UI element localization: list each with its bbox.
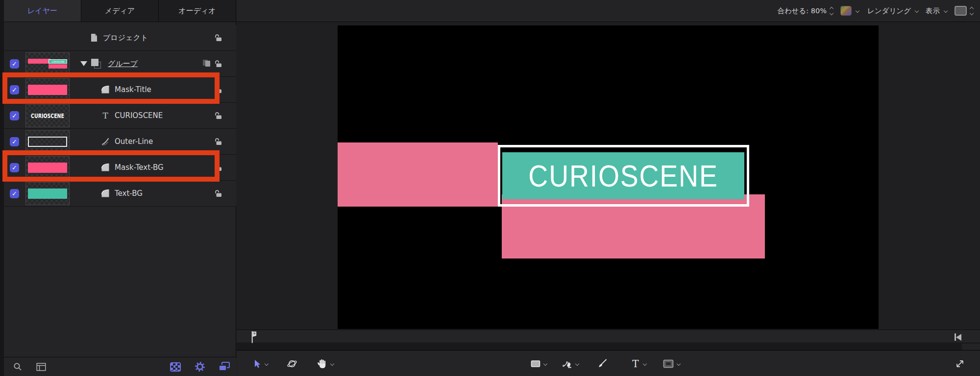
tab-layers[interactable]: レイヤー — [4, 0, 81, 22]
mask-tool-icon — [663, 359, 674, 368]
shape-line-icon — [101, 137, 110, 146]
sidebar-tab-bar: レイヤー メディア オーディオ — [4, 0, 236, 22]
group-thumbnail: CURIOSCENE — [25, 52, 70, 75]
chevron-down-icon[interactable] — [915, 9, 919, 13]
timeline-strip[interactable] — [237, 329, 980, 343]
bezier-tool-button[interactable] — [563, 351, 579, 376]
group-icon — [91, 59, 102, 70]
transparency-checker-icon[interactable] — [169, 360, 182, 374]
highlight-box-mask-text-bg — [2, 150, 220, 182]
unlock-icon[interactable] — [214, 34, 222, 42]
visibility-checkbox[interactable]: ✓ — [10, 111, 19, 120]
layer-row-curioscene[interactable]: ✓ CURIOSCENE CURIOSCENE — [4, 103, 236, 129]
canvas-header: 合わせる: 80% レンダリング 表示 — [237, 0, 980, 22]
mask-title-shape[interactable] — [338, 142, 498, 207]
pan-tool-button[interactable] — [318, 351, 334, 376]
diagonal-resize-icon — [955, 358, 965, 369]
zoom-fit-label[interactable]: 合わせる: 80% — [777, 6, 827, 16]
project-file-icon — [90, 33, 98, 42]
chevron-down-icon — [677, 361, 681, 365]
shape-tool-button[interactable] — [531, 351, 547, 376]
chevron-down-icon — [575, 361, 579, 365]
chevron-down-icon[interactable] — [856, 9, 859, 13]
canvas-title-text[interactable]: CURIOSCENE — [517, 152, 730, 199]
panel-layout-icon[interactable] — [34, 360, 48, 374]
pen-tool-icon — [563, 359, 572, 369]
unlock-icon[interactable] — [214, 60, 222, 68]
layer-label[interactable]: Text-BG — [115, 181, 143, 207]
motion-app-window: レイヤー メディア オーディオ プロジェクト ✓ CURIOSCENE — [0, 0, 980, 376]
arrow-cursor-icon — [253, 359, 262, 368]
unlock-icon[interactable] — [214, 112, 222, 120]
chevron-down-icon[interactable] — [944, 9, 948, 13]
layer-thumbnail — [25, 130, 70, 153]
project-row[interactable]: プロジェクト — [4, 25, 236, 51]
timeline-track[interactable] — [237, 344, 962, 350]
layers-sidebar: レイヤー メディア オーディオ プロジェクト ✓ CURIOSCENE — [0, 0, 236, 376]
tab-audio[interactable]: オーディオ — [159, 0, 236, 22]
unlock-icon[interactable] — [214, 138, 222, 146]
layer-label[interactable]: CURIOSCENE — [115, 103, 163, 129]
text-tool-button[interactable] — [631, 351, 646, 376]
display-mode-button[interactable] — [955, 6, 967, 16]
chevron-down-icon — [543, 361, 547, 365]
display-mode-stepper[interactable] — [970, 7, 973, 15]
timeline-track-end — [962, 344, 980, 350]
hand-icon — [318, 359, 327, 369]
thumb-title-text: CURIOSCENE — [30, 105, 65, 127]
rectangle-tool-icon — [531, 360, 540, 368]
brush-icon — [597, 359, 607, 369]
mask-tool-button[interactable] — [663, 351, 680, 376]
chevron-down-icon — [643, 361, 647, 365]
layer-thumbnail — [25, 182, 70, 205]
text-tool-icon — [631, 359, 640, 369]
visibility-checkbox[interactable]: ✓ — [10, 189, 19, 198]
paint-stroke-tool-button[interactable] — [597, 351, 607, 376]
layer-thumbnail: CURIOSCENE — [25, 104, 70, 127]
project-label: プロジェクト — [103, 25, 148, 51]
resize-handle[interactable] — [955, 351, 965, 376]
tab-media[interactable]: メディア — [81, 0, 159, 22]
layer-row-text-bg[interactable]: ✓ Text-BG — [4, 181, 236, 207]
select-tool-button[interactable] — [253, 351, 268, 376]
canvas-toolbar — [237, 350, 980, 376]
search-icon[interactable] — [11, 360, 24, 374]
gear-icon[interactable] — [193, 360, 207, 374]
chevron-down-icon — [265, 361, 269, 365]
sidebar-bottom-bar — [4, 357, 236, 376]
group-blend-icon — [203, 60, 212, 68]
view-menu[interactable]: 表示 — [926, 6, 940, 16]
orbit-tool-button[interactable] — [287, 351, 297, 376]
group-thumb-mini-title: CURIOSCENE — [50, 60, 65, 63]
disclosure-triangle[interactable] — [80, 61, 87, 66]
sidebar-left-edge — [0, 0, 4, 376]
highlight-box-mask-title — [2, 72, 220, 104]
zoom-stepper[interactable] — [830, 7, 833, 15]
orbit-3d-icon — [287, 358, 297, 369]
channel-swatch-button[interactable] — [840, 6, 852, 16]
mask-icon — [101, 189, 110, 198]
visibility-checkbox[interactable]: ✓ — [10, 137, 19, 146]
visibility-checkbox[interactable]: ✓ — [10, 59, 19, 69]
layers-panel-icon[interactable] — [218, 360, 231, 374]
playhead-marker[interactable] — [250, 331, 257, 343]
unlock-icon[interactable] — [214, 189, 222, 198]
text-layer-icon — [101, 111, 110, 120]
chevron-down-icon — [330, 361, 334, 365]
skip-to-end-icon[interactable] — [955, 333, 961, 341]
rendering-menu[interactable]: レンダリング — [867, 6, 911, 16]
